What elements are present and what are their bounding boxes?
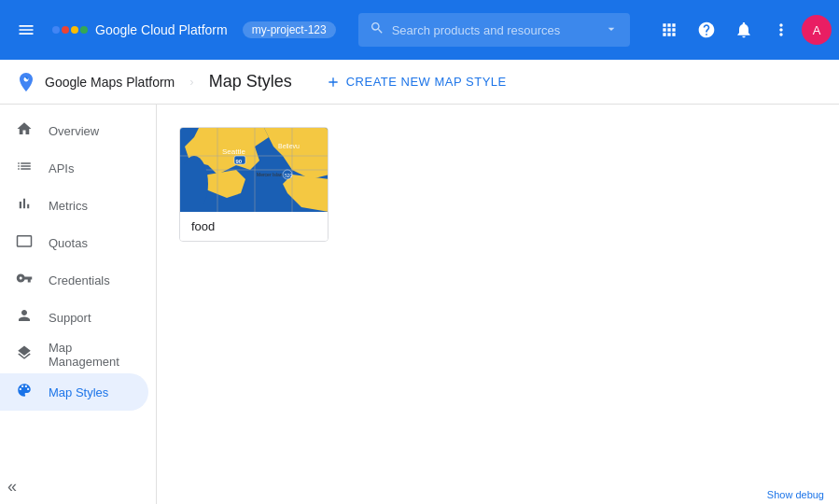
create-new-map-style-button[interactable]: CREATE NEW MAP STYLE [315,69,518,95]
layers-icon [15,344,34,366]
project-selector[interactable]: my-project-123 [243,21,336,38]
sidebar-item-quotas-label: Quotas [49,236,88,250]
sidebar-item-credentials[interactable]: Credentials [0,261,148,299]
brand-name: Google Maps Platform [45,75,175,90]
app-logo: Google Cloud Platform [52,22,228,37]
brand-logo: Google Maps Platform [15,71,175,93]
map-thumbnail: Seattle Bellevu Mercer Island 90 520 [180,128,329,212]
sidebar-item-overview-label: Overview [49,124,99,138]
svg-text:90: 90 [236,159,243,164]
sidebar-item-support[interactable]: Support [0,299,148,336]
home-icon [15,120,34,142]
sidebar-item-map-styles-label: Map Styles [49,385,108,399]
create-btn-label: CREATE NEW MAP STYLE [346,75,507,89]
palette-icon [15,382,34,403]
page-title: Map Styles [209,72,292,91]
menu-icon[interactable] [7,11,45,49]
help-icon[interactable] [690,13,723,47]
sidebar-item-quotas[interactable]: Quotas [0,224,148,261]
maps-pin-icon [15,71,37,93]
sidebar: Overview APIs Metrics Quotas Credentials [0,105,157,504]
sidebar-item-apis[interactable]: APIs [0,149,148,187]
key-icon [15,270,34,291]
search-bar[interactable] [358,13,630,47]
search-dropdown-icon[interactable] [604,21,619,39]
svg-text:Seattle: Seattle [222,147,245,156]
map-style-card[interactable]: Seattle Bellevu Mercer Island 90 520 foo… [179,127,329,242]
sidebar-collapse-button[interactable]: « [7,477,17,497]
notifications-icon[interactable] [727,13,761,47]
map-style-label: food [180,212,328,241]
bar-chart-icon [15,195,34,217]
svg-text:520: 520 [285,173,293,178]
sidebar-item-map-management[interactable]: Map Management [0,336,148,373]
main-layout: Overview APIs Metrics Quotas Credentials [0,105,839,504]
apps-icon[interactable] [652,13,686,47]
plus-icon [326,75,341,90]
svg-text:Bellevu: Bellevu [278,143,300,149]
sidebar-item-metrics-label: Metrics [49,199,88,213]
tablet-icon [15,232,34,254]
avatar[interactable]: A [802,15,832,45]
search-input[interactable] [392,23,596,37]
svg-text:Mercer Island: Mercer Island [257,172,286,177]
sub-header: Google Maps Platform › Map Styles CREATE… [0,60,839,105]
sidebar-item-credentials-label: Credentials [49,273,110,287]
main-content: Seattle Bellevu Mercer Island 90 520 foo… [157,105,839,504]
sidebar-item-map-management-label: Map Management [49,341,133,369]
nav-icons: A [652,13,832,47]
sidebar-item-overview[interactable]: Overview [0,112,148,149]
sidebar-item-support-label: Support [49,311,91,325]
show-debug-link[interactable]: Show debug [752,485,839,504]
breadcrumb-divider: › [189,75,193,89]
list-icon [15,158,34,179]
sidebar-item-apis-label: APIs [49,161,74,175]
top-navigation: Google Cloud Platform my-project-123 [0,0,839,60]
person-icon [15,307,34,329]
more-icon[interactable] [764,13,798,47]
sidebar-item-map-styles[interactable]: Map Styles [0,373,148,411]
sidebar-item-metrics[interactable]: Metrics [0,187,148,224]
app-title: Google Cloud Platform [95,22,228,37]
search-icon [370,21,385,39]
svg-rect-11 [180,165,203,212]
